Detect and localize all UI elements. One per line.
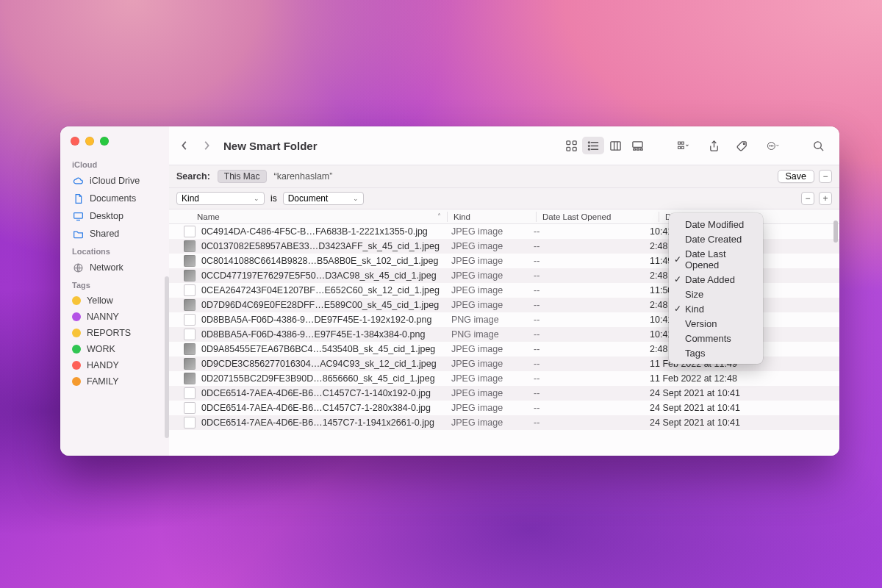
tag-item[interactable]: FAMILY	[65, 373, 166, 390]
menu-item[interactable]: Version	[669, 316, 763, 331]
file-thumbnail-icon	[184, 373, 196, 384]
sidebar-section-label: Tags	[65, 276, 166, 293]
svg-point-29	[814, 141, 820, 148]
tag-item[interactable]: WORK	[65, 341, 166, 357]
scope-user[interactable]: “karenhaslam”	[274, 171, 333, 182]
menu-item[interactable]: Comments	[669, 331, 763, 345]
menu-item[interactable]: ✓Kind	[669, 301, 763, 316]
menu-item[interactable]: ✓Date Last Opened	[669, 246, 763, 272]
sort-indicator-icon: ˄	[437, 212, 441, 220]
col-kind[interactable]: Kind	[453, 212, 536, 221]
checkmark-icon: ✓	[674, 274, 681, 284]
sidebar: iCloudiCloud DriveDocumentsDesktopShared…	[60, 126, 169, 456]
file-name: 0D8BBA5A-F06D-4386-9…E97F45E-1-384x384-0…	[201, 329, 451, 340]
file-row[interactable]: 0DCE6514-7AEA-4D6E-B6…C1457C7-1-280x384-…	[169, 401, 839, 415]
col-date-last-opened[interactable]: Date Last Opened	[542, 212, 659, 221]
menu-item-label: Size	[685, 289, 703, 300]
tag-item[interactable]: HANDY	[65, 357, 166, 373]
view-icons-button[interactable]	[560, 137, 582, 154]
svg-rect-22	[681, 142, 684, 144]
file-name: 0D9CDE3C856277016304…AC94C93_sk_12_cid_1…	[201, 359, 451, 369]
view-list-button[interactable]	[582, 137, 604, 154]
file-thumbnail-icon	[184, 417, 196, 429]
sidebar-item[interactable]: Desktop	[65, 207, 166, 225]
view-columns-button[interactable]	[604, 137, 626, 154]
remove-rule-button[interactable]: −	[801, 192, 814, 205]
share-button[interactable]	[703, 137, 725, 154]
sidebar-item-label: Desktop	[90, 211, 123, 221]
sidebar-section-label: Locations	[65, 243, 166, 259]
save-button[interactable]: Save	[778, 170, 815, 183]
file-kind: JPEG image	[451, 417, 534, 428]
svg-rect-6	[573, 147, 576, 151]
menu-item-label: Comments	[685, 333, 731, 344]
menu-item-label: Version	[685, 318, 717, 329]
file-thumbnail-icon	[184, 358, 196, 370]
menu-item[interactable]: Size	[669, 287, 763, 301]
file-kind: JPEG image	[451, 270, 534, 281]
finder-window: iCloudiCloud DriveDocumentsDesktopShared…	[60, 126, 839, 456]
close-button[interactable]	[71, 137, 79, 146]
forward-button[interactable]	[198, 135, 215, 156]
tag-item[interactable]: NANNY	[65, 309, 166, 325]
minimize-button[interactable]	[85, 137, 94, 146]
rule-attribute-select[interactable]: Kind⌄	[176, 192, 265, 205]
sidebar-item[interactable]: iCloud Drive	[65, 172, 166, 190]
tag-dot-icon	[72, 296, 81, 305]
file-row[interactable]: 0D207155BC2D9FE3B90D…8656660_sk_45_cid_1…	[169, 371, 839, 386]
sidebar-item-label: Shared	[90, 229, 119, 239]
file-thumbnail-icon	[184, 284, 196, 296]
sidebar-item[interactable]: Shared	[65, 225, 166, 243]
zoom-button[interactable]	[100, 137, 109, 146]
menu-item-label: Kind	[685, 304, 704, 315]
file-thumbnail-icon	[184, 299, 196, 311]
file-row[interactable]: 0DCE6514-7AEA-4D6E-B6…1457C7-1-1941x2661…	[169, 415, 839, 430]
file-kind: PNG image	[451, 329, 534, 340]
menu-item[interactable]: Tags	[669, 345, 763, 360]
search-button[interactable]	[807, 137, 829, 154]
tag-item[interactable]: REPORTS	[65, 325, 166, 341]
file-name: 0C4914DA-C486-4F5C-B…FA683B-1-2221x1355-…	[201, 226, 451, 237]
add-rule-button[interactable]: +	[819, 192, 832, 205]
sidebar-item-label: HANDY	[87, 360, 119, 370]
tag-dot-icon	[72, 329, 81, 337]
file-kind: JPEG image	[451, 241, 534, 251]
file-kind: PNG image	[451, 315, 534, 325]
rule-value-select[interactable]: Document⌄	[283, 192, 364, 205]
view-gallery-button[interactable]	[626, 137, 648, 154]
tags-button[interactable]	[731, 137, 753, 154]
scope-this-mac[interactable]: This Mac	[218, 170, 267, 183]
tag-item[interactable]: Yellow	[65, 293, 166, 309]
rule-value-value: Document	[288, 193, 329, 204]
col-name[interactable]: Name ˄	[176, 212, 447, 221]
menu-item[interactable]: ✓Date Added	[669, 272, 763, 287]
remove-search-button[interactable]: −	[819, 170, 832, 183]
tag-dot-icon	[72, 377, 81, 386]
file-date-last-opened: --	[534, 300, 650, 310]
more-button[interactable]	[759, 137, 786, 154]
sidebar-item[interactable]: Documents	[65, 190, 166, 207]
svg-point-11	[588, 145, 589, 146]
file-date-added: 11 Feb 2022 at 12:48	[650, 373, 832, 384]
group-button[interactable]	[669, 137, 697, 154]
file-name: 0D8BBA5A-F06D-4386-9…DE97F45E-1-192x192-…	[201, 315, 451, 325]
menu-item[interactable]: Date Modified	[669, 217, 763, 232]
sidebar-item-label: iCloud Drive	[90, 176, 140, 186]
file-date-last-opened: --	[534, 344, 650, 354]
menu-item-label: Date Last Opened	[685, 248, 756, 270]
file-date-last-opened: --	[534, 403, 650, 413]
file-row[interactable]: 0DCE6514-7AEA-4D6E-B6…C1457C7-1-140x192-…	[169, 386, 839, 401]
back-button[interactable]	[176, 135, 193, 156]
menu-item[interactable]: Date Created	[669, 232, 763, 246]
list-scrollbar[interactable]	[833, 220, 838, 243]
file-name: 0CCD477197E76297E5F50…D3AC98_sk_45_cid_1…	[201, 270, 451, 281]
file-name: 0D9A85455E7EA67B6BC4…543540B_sk_45_cid_1…	[201, 344, 451, 354]
window-controls	[65, 134, 166, 156]
search-scope-bar: Search: This Mac “karenhaslam” Save −	[169, 165, 839, 188]
sidebar-item-label: Yellow	[87, 295, 113, 306]
svg-rect-21	[678, 146, 680, 148]
sidebar-item-label: Documents	[90, 193, 136, 204]
doc-icon	[72, 193, 84, 204]
svg-line-30	[820, 148, 823, 151]
sidebar-item[interactable]: Network	[65, 259, 166, 276]
